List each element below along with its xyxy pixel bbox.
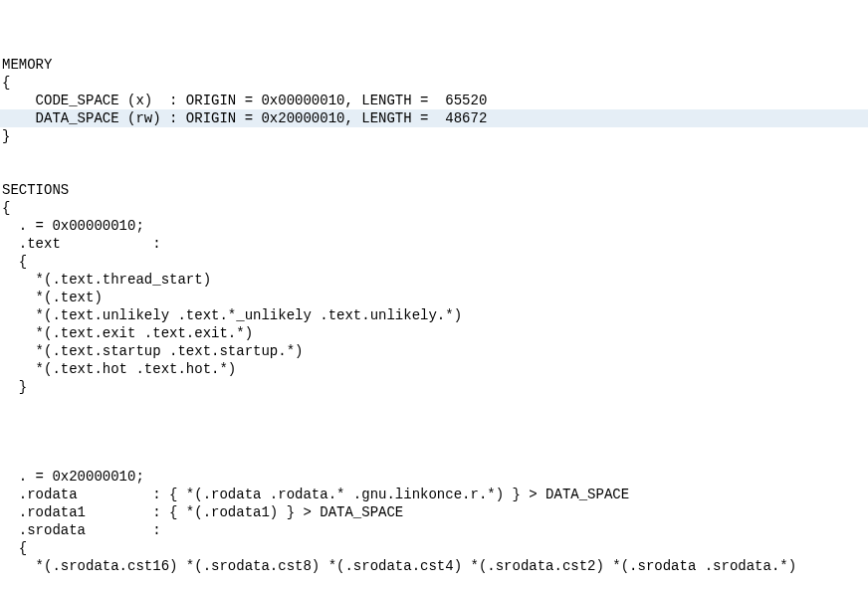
- code-line-1: {: [0, 74, 868, 92]
- code-line-25: .rodata1 : { *(.rodata1) } > DATA_SPACE: [0, 503, 868, 521]
- code-line-26: .srodata :: [0, 521, 868, 539]
- linker-script-code: MEMORY{ CODE_SPACE (x) : ORIGIN = 0x0000…: [0, 56, 868, 575]
- code-line-2: CODE_SPACE (x) : ORIGIN = 0x00000010, LE…: [0, 92, 868, 109]
- code-line-3: DATA_SPACE (rw) : ORIGIN = 0x20000010, L…: [0, 109, 868, 127]
- code-line-15: *(.text.exit .text.exit.*): [0, 324, 868, 342]
- code-line-6: [0, 163, 868, 181]
- code-line-27: {: [0, 539, 868, 557]
- code-line-10: .text :: [0, 235, 868, 253]
- code-line-11: {: [0, 253, 868, 271]
- code-line-5: [0, 145, 868, 163]
- code-line-17: *(.text.hot .text.hot.*): [0, 360, 868, 378]
- code-line-8: {: [0, 199, 868, 217]
- code-line-21: [0, 432, 868, 450]
- code-line-20: [0, 414, 868, 432]
- code-line-16: *(.text.startup .text.startup.*): [0, 342, 868, 360]
- code-line-0: MEMORY: [0, 56, 868, 74]
- code-line-13: *(.text): [0, 289, 868, 306]
- code-line-14: *(.text.unlikely .text.*_unlikely .text.…: [0, 306, 868, 324]
- code-line-22: [0, 450, 868, 468]
- code-line-23: . = 0x20000010;: [0, 468, 868, 486]
- code-line-4: }: [0, 127, 868, 145]
- code-line-24: .rodata : { *(.rodata .rodata.* .gnu.lin…: [0, 486, 868, 503]
- code-line-7: SECTIONS: [0, 181, 868, 199]
- code-line-12: *(.text.thread_start): [0, 271, 868, 289]
- code-line-19: [0, 396, 868, 414]
- code-line-9: . = 0x00000010;: [0, 217, 868, 235]
- code-line-28: *(.srodata.cst16) *(.srodata.cst8) *(.sr…: [0, 557, 868, 575]
- code-line-18: }: [0, 378, 868, 396]
